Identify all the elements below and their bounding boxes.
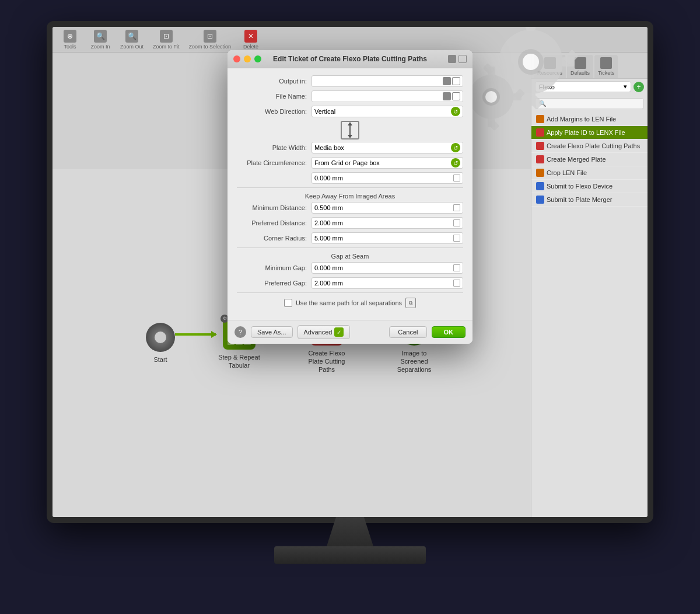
close-button[interactable] xyxy=(233,55,240,62)
min-gap-row: Minimum Gap: 0.000 mm xyxy=(237,262,463,274)
modal-body: Output in: File Name: xyxy=(228,68,473,320)
titlebar-icons xyxy=(448,55,467,63)
monitor-frame: ⊕ Tools 🔍 Zoom In 🔍 Zoom Out ⊡ Zoom to F… xyxy=(47,21,653,523)
file-name-icons xyxy=(443,92,460,100)
web-direction-visual xyxy=(341,121,359,139)
arrow-down xyxy=(348,135,352,138)
cancel-button[interactable]: Cancel xyxy=(389,326,426,338)
web-direction-row: Web Direction: Vertical ↺ xyxy=(237,106,463,117)
same-path-row: Use the same path for all separations ⧉ xyxy=(237,298,463,308)
min-gap-label: Minimum Gap: xyxy=(237,264,307,271)
plate-width-green-icon: ↺ xyxy=(451,143,460,152)
output-in-file-icons xyxy=(443,77,460,85)
help-button[interactable]: ? xyxy=(235,326,246,338)
advanced-button[interactable]: Advanced ✓ xyxy=(298,325,351,339)
plate-width-input[interactable]: Media box ↺ xyxy=(312,142,463,154)
list-icon xyxy=(452,77,460,85)
plate-circumference-label: Plate Circumference: xyxy=(237,159,307,166)
list-icon-2 xyxy=(452,92,460,100)
modal-title: Edit Ticket of Create Flexo Plate Cuttin… xyxy=(273,55,427,63)
divider-1 xyxy=(237,187,463,188)
traffic-lights xyxy=(233,55,261,62)
divider-3 xyxy=(237,292,463,293)
preferred-gap-label: Preferred Gap: xyxy=(237,280,307,287)
preferred-distance-label: Preferred Distance: xyxy=(237,219,307,226)
file-name-label: File Name: xyxy=(237,93,307,100)
same-path-icon: ⧉ xyxy=(405,298,416,308)
preferred-distance-row: Preferred Distance: 2.000 mm xyxy=(237,217,463,229)
web-direction-input[interactable]: Vertical ↺ xyxy=(312,106,463,117)
ok-button[interactable]: OK xyxy=(432,326,466,338)
titlebar-icon-2 xyxy=(459,55,467,63)
titlebar-icon-1 xyxy=(448,55,456,63)
modal-overlay: Edit Ticket of Create Flexo Plate Cuttin… xyxy=(52,27,648,517)
save-as-button[interactable]: Save As... xyxy=(251,326,293,338)
min-gap-input[interactable]: 0.000 mm xyxy=(312,262,463,274)
preferred-gap-row: Preferred Gap: 2.000 mm xyxy=(237,277,463,289)
plate-width-row: Plate Width: Media box ↺ xyxy=(237,142,463,154)
preferred-gap-input[interactable]: 2.000 mm xyxy=(312,277,463,289)
file-icon xyxy=(443,77,451,85)
min-dist-bracket-icon xyxy=(453,204,460,211)
corner-radius-row: Corner Radius: 5.000 mm xyxy=(237,232,463,244)
web-direction-green-icon: ↺ xyxy=(451,107,460,116)
circumference-value-row: 0.000 mm xyxy=(237,172,463,184)
pref-gap-bracket-icon xyxy=(453,280,460,287)
monitor-screen: ⊕ Tools 🔍 Zoom In 🔍 Zoom Out ⊡ Zoom to F… xyxy=(52,27,648,517)
web-dir-arrow-vertical xyxy=(349,124,351,136)
modal-footer: ? Save As... Advanced ✓ Cancel OK xyxy=(228,320,473,344)
modal-dialog: Edit Ticket of Create Flexo Plate Cuttin… xyxy=(228,50,473,344)
web-direction-label: Web Direction: xyxy=(237,108,307,115)
monitor-wrapper: ⊕ Tools 🔍 Zoom In 🔍 Zoom Out ⊡ Zoom to F… xyxy=(29,21,671,593)
same-path-checkbox[interactable] xyxy=(284,299,292,307)
advanced-check-icon: ✓ xyxy=(334,327,344,337)
keep-away-section-label: Keep Away From Imaged Areas xyxy=(237,193,463,200)
plate-width-label: Plate Width: xyxy=(237,144,307,151)
gap-at-seam-label: Gap at Seam xyxy=(237,253,463,260)
file-name-input[interactable] xyxy=(312,90,463,102)
preferred-distance-input[interactable]: 2.000 mm xyxy=(312,217,463,229)
plate-circ-green-icon: ↺ xyxy=(451,158,460,168)
modal-titlebar: Edit Ticket of Create Flexo Plate Cuttin… xyxy=(228,50,473,68)
plate-circumference-row: Plate Circumference: From Grid or Page b… xyxy=(237,157,463,169)
file-icon-2 xyxy=(443,92,451,100)
web-direction-container xyxy=(237,121,463,139)
corner-radius-input[interactable]: 5.000 mm xyxy=(312,232,463,244)
min-distance-input[interactable]: 0.500 mm xyxy=(312,202,463,214)
min-gap-bracket-icon xyxy=(453,264,460,271)
output-in-label: Output in: xyxy=(237,78,307,85)
monitor-base xyxy=(274,546,426,564)
output-in-input[interactable] xyxy=(312,75,463,87)
output-in-row: Output in: xyxy=(237,75,463,87)
circumference-value-input[interactable]: 0.000 mm xyxy=(312,172,463,184)
file-name-row: File Name: xyxy=(237,90,463,102)
corner-radius-bracket-icon xyxy=(453,235,460,242)
min-distance-label: Minimum Distance: xyxy=(237,204,307,211)
maximize-button[interactable] xyxy=(254,55,261,62)
corner-radius-label: Corner Radius: xyxy=(237,235,307,242)
min-distance-row: Minimum Distance: 0.500 mm xyxy=(237,202,463,214)
minimize-button[interactable] xyxy=(244,55,251,62)
circumference-bracket-icon xyxy=(453,175,460,182)
arrow-up xyxy=(348,122,352,125)
same-path-label: Use the same path for all separations xyxy=(296,299,402,306)
plate-circumference-input[interactable]: From Grid or Page box ↺ xyxy=(312,157,463,169)
divider-2 xyxy=(237,247,463,248)
pref-dist-bracket-icon xyxy=(453,219,460,226)
